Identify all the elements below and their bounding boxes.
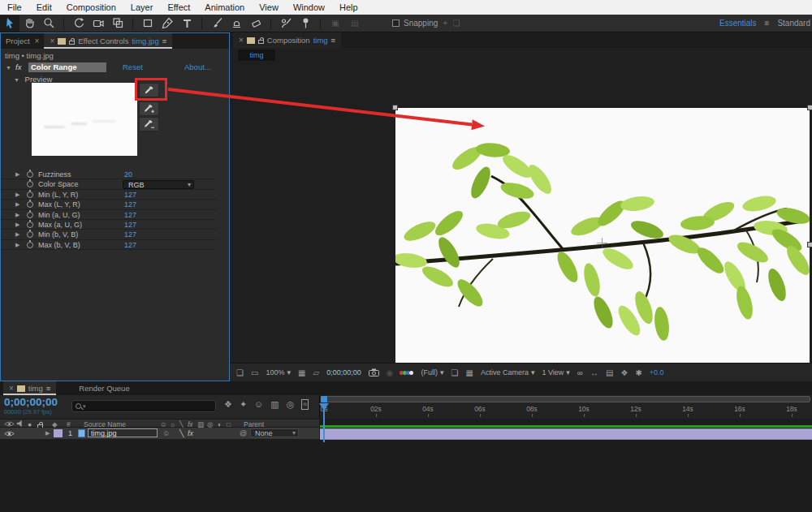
- draft-3d-icon[interactable]: ✦: [240, 399, 247, 410]
- time-ruler[interactable]: 0s 02s 04s 06s 08s 10s 12s 14s 16s 18s: [320, 403, 812, 419]
- parent-dropdown[interactable]: None ▾: [250, 428, 299, 437]
- layer-quality-icon[interactable]: ╲: [179, 429, 184, 437]
- hide-shy-layers-icon[interactable]: ☺: [254, 399, 263, 410]
- close-icon[interactable]: ×: [50, 37, 54, 45]
- time-ruler-zone[interactable]: 0s 02s 04s 06s 08s 10s 12s 14s 16s 18s: [319, 395, 812, 419]
- goggles-icon[interactable]: ∞: [577, 368, 583, 377]
- composition-viewer-tab[interactable]: timg: [238, 49, 275, 61]
- tab-effect-controls[interactable]: × Effect Controls timg.jpg ≡: [44, 33, 172, 49]
- roto-brush-tool-button[interactable]: [276, 15, 296, 32]
- expand-icon[interactable]: ▶: [15, 212, 19, 218]
- expand-icon[interactable]: ▶: [15, 231, 19, 238]
- layer-source-name[interactable]: timg.jpg: [88, 428, 158, 437]
- property-value[interactable]: 127: [124, 221, 136, 229]
- panel-menu-icon[interactable]: ≡: [162, 37, 167, 45]
- puppet-pin-tool-button[interactable]: [296, 15, 315, 32]
- eyedropper-plus-button[interactable]: [139, 101, 159, 116]
- stopwatch-icon[interactable]: [27, 242, 33, 248]
- tab-composition[interactable]: × Composition timg ≡: [233, 32, 341, 48]
- menu-animation[interactable]: Animation: [197, 2, 252, 12]
- expand-icon[interactable]: ▶: [15, 191, 19, 198]
- shape-tool-button[interactable]: [138, 15, 158, 32]
- current-timecode[interactable]: 0;00;00;00: [4, 396, 58, 408]
- tab-project[interactable]: Project: [1, 37, 35, 45]
- zoom-tool-button[interactable]: [39, 15, 58, 32]
- color-space-dropdown[interactable]: RGB ▾: [123, 180, 194, 189]
- property-value[interactable]: 127: [124, 211, 136, 219]
- about-button[interactable]: About...: [184, 62, 211, 71]
- property-value[interactable]: 20: [124, 170, 132, 179]
- motion-blur-icon[interactable]: ◎: [287, 399, 295, 410]
- pixel-aspect-icon[interactable]: ↔: [590, 368, 598, 377]
- hand-tool-button[interactable]: [19, 15, 39, 32]
- search-input[interactable]: ▾: [71, 400, 216, 412]
- menu-effect[interactable]: Effect: [160, 2, 197, 12]
- brush-tool-button[interactable]: [207, 15, 227, 32]
- stopwatch-icon[interactable]: [27, 231, 33, 238]
- property-value[interactable]: 127: [124, 241, 136, 249]
- menu-file[interactable]: File: [0, 2, 29, 12]
- playhead-grabber[interactable]: [321, 396, 327, 402]
- close-icon[interactable]: ×: [9, 384, 14, 393]
- property-value[interactable]: 127: [124, 200, 136, 209]
- roi-icon[interactable]: ❏: [451, 368, 458, 377]
- show-snapshot-icon[interactable]: ◉: [387, 368, 394, 377]
- stopwatch-icon[interactable]: [27, 191, 33, 198]
- eraser-tool-button[interactable]: [246, 15, 266, 32]
- pen-tool-button[interactable]: [158, 15, 177, 32]
- snap-bounds-icon[interactable]: ❏: [453, 19, 460, 28]
- tab-timeline-timg[interactable]: × timg ≡: [3, 381, 56, 395]
- stopwatch-icon[interactable]: [27, 171, 33, 178]
- menu-help[interactable]: Help: [332, 2, 365, 12]
- type-tool-button[interactable]: [177, 15, 197, 32]
- grid-guides-icon[interactable]: ▦: [298, 368, 305, 377]
- work-area-bar[interactable]: [322, 396, 810, 402]
- workspace-menu-icon[interactable]: ≡: [765, 19, 770, 28]
- layer-duration-bar[interactable]: [320, 428, 812, 440]
- monitor-icon[interactable]: ▭: [251, 368, 258, 377]
- composition-image[interactable]: [395, 108, 810, 381]
- selection-handle[interactable]: [392, 105, 398, 110]
- collapse-icon[interactable]: ▼: [6, 65, 11, 71]
- expand-icon[interactable]: ▶: [15, 201, 19, 208]
- mask-visibility-icon[interactable]: ▱: [313, 368, 319, 377]
- reset-button[interactable]: Reset: [123, 62, 143, 71]
- mini-flowchart-icon[interactable]: ❖: [620, 368, 628, 377]
- layer-eye-toggle[interactable]: [4, 430, 15, 439]
- workspace-standard-tab[interactable]: Standard: [777, 19, 810, 28]
- menu-composition[interactable]: Composition: [59, 2, 123, 12]
- preview-thumbnail[interactable]: [32, 83, 137, 156]
- property-value[interactable]: 127: [124, 191, 136, 199]
- camera-select[interactable]: Active Camera ▾: [481, 368, 535, 376]
- exposure-icon[interactable]: ✱: [635, 368, 641, 377]
- frame-blending-icon[interactable]: ▥: [270, 399, 279, 410]
- expand-icon[interactable]: ▶: [15, 222, 19, 228]
- clone-stamp-tool-button[interactable]: [227, 15, 246, 32]
- stopwatch-icon[interactable]: [27, 181, 33, 187]
- snapping-checkbox[interactable]: [392, 19, 400, 27]
- layer-label-color[interactable]: [54, 429, 63, 437]
- pan-behind-tool-button[interactable]: [108, 15, 127, 32]
- snap-align-icon[interactable]: ✦: [442, 19, 448, 28]
- panel-menu-icon[interactable]: ≡: [331, 36, 336, 45]
- menu-layer[interactable]: Layer: [123, 2, 161, 12]
- layer-shy-icon[interactable]: ☺: [162, 429, 170, 437]
- stopwatch-icon[interactable]: [27, 201, 33, 208]
- always-preview-icon[interactable]: ❏: [236, 368, 244, 377]
- composition-viewer[interactable]: [230, 62, 812, 363]
- collapse-icon[interactable]: ▼: [14, 77, 19, 83]
- snapshot-camera-icon[interactable]: [369, 368, 379, 376]
- graph-editor-icon[interactable]: ≈: [301, 399, 309, 410]
- selection-tool-button[interactable]: [0, 15, 19, 32]
- view-layout-select[interactable]: 1 View ▾: [542, 368, 569, 376]
- menu-view[interactable]: View: [252, 2, 286, 12]
- layer-row[interactable]: ▶ 1 timg.jpg ☺ ╲ fx @ None ▾: [0, 428, 319, 439]
- channels-icon[interactable]: [400, 371, 413, 375]
- exposure-value[interactable]: +0.0: [650, 368, 664, 376]
- preview-timecode[interactable]: 0;00;00;00: [326, 368, 361, 376]
- workspace-essentials-tab[interactable]: Essentials: [719, 19, 757, 28]
- anchor-point-icon[interactable]: [597, 238, 607, 248]
- selection-handle[interactable]: [807, 105, 812, 110]
- resolution-select[interactable]: (Full) ▾: [421, 368, 443, 376]
- expand-icon[interactable]: ▶: [15, 242, 19, 248]
